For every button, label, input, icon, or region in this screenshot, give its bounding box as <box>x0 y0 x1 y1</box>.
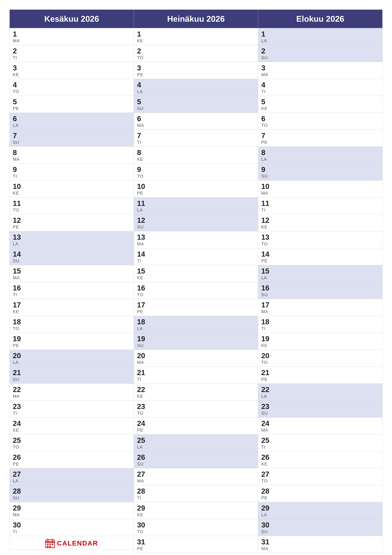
day-abbr: TI <box>261 326 379 331</box>
day-number: 4 <box>261 81 379 88</box>
day-number: 10 <box>13 183 131 190</box>
day-cell: 17PE <box>134 299 258 316</box>
day-number: 12 <box>137 217 255 224</box>
day-cell: 7TI <box>134 130 258 147</box>
day-abbr: TI <box>13 292 131 297</box>
day-cell: 4LA <box>134 79 258 96</box>
june-column: 1MA2TI3KE4TO5PE6LA7SU8MA9TI10KE11TO12PE1… <box>10 28 134 553</box>
day-cell: 18TI <box>258 316 382 333</box>
day-number: 24 <box>261 420 379 427</box>
day-number: 9 <box>261 166 379 173</box>
day-cell: 8LA <box>258 147 382 164</box>
day-abbr: MA <box>137 123 255 128</box>
day-abbr: KE <box>137 394 255 399</box>
day-cell: 11TO <box>10 197 134 214</box>
day-cell: 30TO <box>134 519 258 536</box>
svg-rect-1 <box>46 541 55 543</box>
day-number: 12 <box>261 217 379 224</box>
day-abbr: TO <box>261 123 379 128</box>
day-cell: 31PE <box>134 536 258 553</box>
day-cell: 2TO <box>134 45 258 62</box>
day-abbr: SU <box>261 174 379 179</box>
day-number: 5 <box>13 98 131 105</box>
day-number: 26 <box>261 453 379 461</box>
day-abbr: LA <box>137 445 255 450</box>
day-abbr: KE <box>137 157 255 162</box>
day-number: 19 <box>13 335 131 342</box>
day-abbr: PE <box>261 377 379 382</box>
day-number: 29 <box>261 504 379 512</box>
day-number: 18 <box>13 318 131 325</box>
day-cell: 12PE <box>10 214 134 231</box>
day-cell: 6MA <box>134 113 258 130</box>
svg-rect-6 <box>52 544 53 545</box>
day-number: 3 <box>137 64 255 72</box>
day-abbr: MA <box>261 72 379 77</box>
day-number: 20 <box>13 352 131 359</box>
day-cell: 4TI <box>258 79 382 96</box>
day-abbr: PE <box>13 343 131 348</box>
day-number: 16 <box>261 284 379 292</box>
day-number: 25 <box>137 437 255 444</box>
day-cell: 20TO <box>258 350 382 367</box>
day-number: 5 <box>261 98 379 105</box>
day-cell: 21TI <box>134 367 258 384</box>
day-number: 9 <box>137 166 255 173</box>
day-cell: 5SU <box>134 96 258 113</box>
day-abbr: MA <box>261 546 379 551</box>
day-abbr: MA <box>261 309 379 314</box>
day-number: 30 <box>13 521 131 529</box>
day-number: 7 <box>13 132 131 139</box>
day-abbr: KE <box>13 309 131 314</box>
day-abbr: TO <box>137 411 255 416</box>
day-abbr: MA <box>137 241 255 247</box>
day-cell: 8KE <box>134 147 258 164</box>
day-cell: 2SU <box>258 45 382 62</box>
day-number: 7 <box>261 132 379 139</box>
month-header-august: Elokuu 2026 <box>258 10 382 28</box>
day-cell: 24PE <box>134 417 258 434</box>
day-number: 21 <box>137 369 255 376</box>
day-number: 4 <box>137 81 255 88</box>
day-abbr: TI <box>137 258 255 263</box>
day-cell: 9TO <box>134 164 258 181</box>
day-number: 28 <box>261 488 379 495</box>
day-cell: 26KE <box>258 451 382 468</box>
day-number: 7 <box>137 132 255 139</box>
day-cell: 5PE <box>10 96 134 113</box>
day-abbr: PE <box>13 225 131 230</box>
day-cell: 19PE <box>10 333 134 350</box>
day-number: 18 <box>137 318 255 325</box>
day-number: 24 <box>13 420 131 427</box>
day-abbr: TI <box>261 208 379 213</box>
day-abbr: TO <box>13 326 131 331</box>
day-abbr: KE <box>261 343 379 348</box>
day-cell: 28PE <box>258 485 382 502</box>
day-number: 14 <box>13 250 131 258</box>
day-cell: 19SU <box>134 333 258 350</box>
day-cell: 27MA <box>134 468 258 485</box>
day-abbr: MA <box>13 275 131 280</box>
day-cell: 21SU <box>10 367 134 384</box>
day-cell: 9SU <box>258 164 382 181</box>
day-abbr: PE <box>137 428 255 433</box>
day-abbr: TO <box>137 174 255 179</box>
day-cell: 17KE <box>10 299 134 316</box>
day-cell: 23TI <box>10 401 134 417</box>
day-abbr: MA <box>13 38 131 43</box>
day-cell: 19KE <box>258 333 382 350</box>
day-cell: 23TO <box>134 401 258 417</box>
day-abbr: LA <box>13 123 131 128</box>
day-abbr: SU <box>137 461 255 467</box>
day-number: 31 <box>261 538 379 546</box>
day-abbr: TI <box>261 89 379 94</box>
day-number: 21 <box>13 369 131 376</box>
day-number: 2 <box>13 47 131 55</box>
day-cell: 3MA <box>258 62 382 79</box>
day-number: 1 <box>13 30 131 38</box>
day-cell: 10PE <box>134 181 258 197</box>
day-number: 8 <box>13 149 131 156</box>
day-number: 26 <box>13 453 131 461</box>
day-cell: 14PE <box>258 248 382 265</box>
day-number: 25 <box>261 437 379 444</box>
